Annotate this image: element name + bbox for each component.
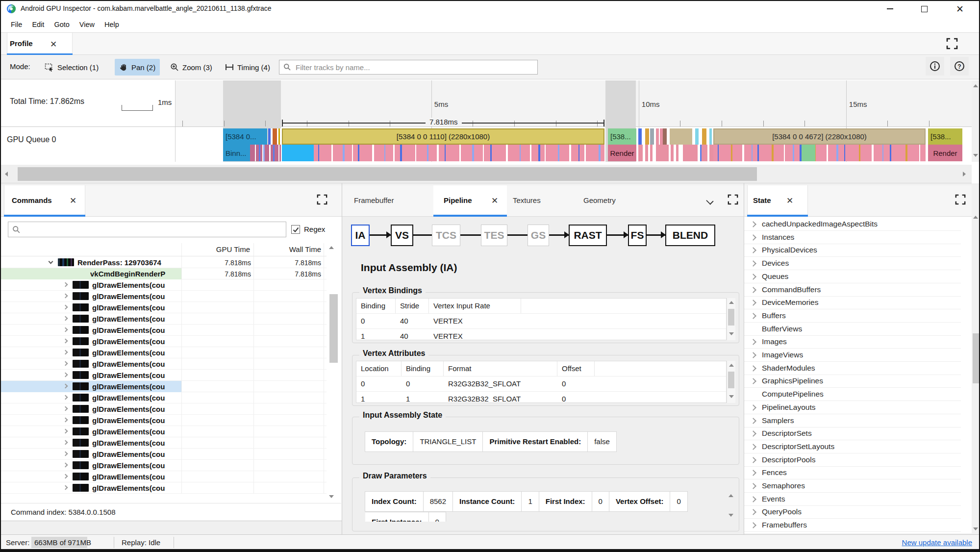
mode-button-timing[interactable]: Timing (4) xyxy=(221,59,275,75)
state-item-queues[interactable]: Queues xyxy=(744,270,961,283)
state-item-descriptorpools[interactable]: DescriptorPools xyxy=(744,453,961,467)
maximize-button[interactable] xyxy=(913,0,935,17)
scroll-right-icon[interactable] xyxy=(963,172,966,176)
timeline-horizontal-scrollbar[interactable] xyxy=(1,165,972,183)
pipeline-stage-blend[interactable]: BLEND xyxy=(665,225,715,246)
help-button[interactable]: ? xyxy=(950,57,969,75)
track-slice[interactable]: [5384 0 0 4672] (2280x1080) xyxy=(713,128,926,145)
tab-state-close-icon[interactable]: ✕ xyxy=(786,196,793,206)
chevron-right-icon[interactable] xyxy=(750,457,756,463)
scroll-down-icon[interactable] xyxy=(729,514,733,517)
filter-tracks-field[interactable] xyxy=(279,60,538,75)
mode-button-pan[interactable]: Pan (2) xyxy=(115,59,160,75)
table-scrollbar[interactable] xyxy=(727,298,735,340)
state-item-bufferviews[interactable]: BufferViews xyxy=(744,323,961,336)
menu-item-help[interactable]: Help xyxy=(100,19,124,30)
chevron-right-icon[interactable] xyxy=(750,234,756,241)
state-item-imageviews[interactable]: ImageViews xyxy=(744,349,961,362)
table-row[interactable]: 00R32G32B32_SFLOAT0 xyxy=(356,376,726,392)
track-slice[interactable]: [5384 0... xyxy=(223,128,267,145)
chevron-right-icon[interactable] xyxy=(750,339,756,345)
table-row[interactable]: 140VERTEX xyxy=(356,329,726,340)
menu-item-file[interactable]: File xyxy=(6,19,27,30)
state-item-querypools[interactable]: QueryPools xyxy=(744,505,961,519)
track-slice[interactable] xyxy=(268,128,281,145)
state-item-descriptorsets[interactable]: DescriptorSets xyxy=(744,427,961,440)
tab-framebuffer[interactable]: Framebuffer xyxy=(354,196,394,204)
chevron-right-icon[interactable] xyxy=(750,274,756,280)
state-scrollbar-thumb[interactable] xyxy=(973,333,979,383)
state-item-fences[interactable]: Fences xyxy=(744,466,961,479)
state-item-images[interactable]: Images xyxy=(744,335,961,349)
chevron-right-icon[interactable] xyxy=(750,509,756,516)
track-slice[interactable] xyxy=(314,145,604,161)
scrollbar-thumb[interactable] xyxy=(728,372,734,388)
chevron-right-icon[interactable] xyxy=(750,365,756,372)
mode-button-selection[interactable]: Selection (1) xyxy=(40,59,103,75)
scroll-down-icon[interactable] xyxy=(729,332,734,335)
table-row[interactable]: 040VERTEX xyxy=(356,314,726,329)
track-slice[interactable]: Binn... xyxy=(223,145,250,161)
filter-tracks-input[interactable] xyxy=(295,63,533,72)
pipeline-stage-gs[interactable]: GS xyxy=(528,225,549,246)
commands-scroll-down-icon[interactable] xyxy=(329,495,334,498)
tab-profile-close-icon[interactable]: ✕ xyxy=(50,39,57,50)
vertex-attributes-table[interactable]: LocationBindingFormatOffset00R32G32B32_S… xyxy=(356,361,727,403)
chevron-right-icon[interactable] xyxy=(750,378,756,385)
pipeline-stage-vs[interactable]: VS xyxy=(391,225,413,246)
close-button[interactable]: ✕ xyxy=(949,0,971,17)
chevron-right-icon[interactable] xyxy=(750,483,756,489)
pipeline-stage-ia[interactable]: IA xyxy=(351,225,370,246)
state-item-events[interactable]: Events xyxy=(744,493,961,506)
scroll-up-icon[interactable] xyxy=(729,364,734,367)
state-item-graphicspipelines[interactable]: GraphicsPipelines xyxy=(744,375,961,388)
track-slice[interactable] xyxy=(282,145,314,161)
state-item-buffers[interactable]: Buffers xyxy=(744,309,961,323)
panel-divider[interactable] xyxy=(744,183,744,534)
chevron-right-icon[interactable] xyxy=(750,430,756,437)
track-slice[interactable]: Render xyxy=(608,145,636,161)
track-slice[interactable]: [5384 0 0 1110] (2280x1080) xyxy=(282,128,604,145)
state-item-physicaldevices[interactable]: PhysicalDevices xyxy=(744,244,961,257)
scrollbar-thumb[interactable] xyxy=(728,309,734,326)
state-item-instances[interactable]: Instances xyxy=(744,231,961,244)
update-link[interactable]: New update available xyxy=(902,538,972,547)
state-fullscreen-icon[interactable] xyxy=(955,194,966,205)
chevron-right-icon[interactable] xyxy=(750,221,756,227)
state-item-descriptorsetlayouts[interactable]: DescriptorSetLayouts xyxy=(744,440,961,453)
state-item-commandbuffers[interactable]: CommandBuffers xyxy=(744,283,961,297)
track-slice[interactable] xyxy=(802,145,815,161)
pipeline-fullscreen-icon[interactable] xyxy=(728,194,738,205)
state-item-devices[interactable]: Devices xyxy=(744,257,961,270)
state-item-computepipelines[interactable]: ComputePipelines xyxy=(744,388,961,401)
tab-commands-close-icon[interactable]: ✕ xyxy=(70,196,76,206)
scroll-up-icon[interactable] xyxy=(973,84,978,87)
pipeline-stage-fs[interactable]: FS xyxy=(628,225,647,246)
track-slice[interactable] xyxy=(638,145,713,161)
pipeline-stage-rast[interactable]: RAST xyxy=(569,225,607,246)
scroll-left-icon[interactable] xyxy=(5,172,8,176)
commands-fullscreen-icon[interactable] xyxy=(317,194,327,205)
commands-scrollbar-thumb[interactable] xyxy=(329,294,338,363)
regex-checkbox[interactable] xyxy=(291,225,300,234)
chevron-right-icon[interactable] xyxy=(750,287,756,293)
track-slice[interactable]: [538... xyxy=(608,128,636,145)
table-scrollbar[interactable] xyxy=(727,361,735,403)
scroll-up-icon[interactable] xyxy=(729,301,734,304)
info-button[interactable] xyxy=(926,57,944,75)
scroll-up-icon[interactable] xyxy=(973,216,978,219)
menu-item-goto[interactable]: Goto xyxy=(49,19,74,30)
chevron-right-icon[interactable] xyxy=(750,313,756,319)
track-slice[interactable] xyxy=(250,145,281,161)
vertex-bindings-table[interactable]: BindingStrideVertex Input Rate040VERTEX1… xyxy=(356,298,727,340)
scroll-down-icon[interactable] xyxy=(973,527,978,530)
table-row[interactable]: 11R32G32B32_SFLOAT0 xyxy=(356,392,726,403)
scroll-down-icon[interactable] xyxy=(973,154,978,157)
state-item-framebuffers[interactable]: Framebuffers xyxy=(744,519,961,532)
commands-search-field[interactable] xyxy=(8,222,286,237)
scroll-up-icon[interactable] xyxy=(729,494,733,497)
scroll-down-icon[interactable] xyxy=(729,395,734,398)
column-header-wall-time[interactable]: Wall Time xyxy=(282,245,321,253)
pipeline-stage-tcs[interactable]: TCS xyxy=(432,225,460,246)
chevron-right-icon[interactable] xyxy=(750,300,756,306)
